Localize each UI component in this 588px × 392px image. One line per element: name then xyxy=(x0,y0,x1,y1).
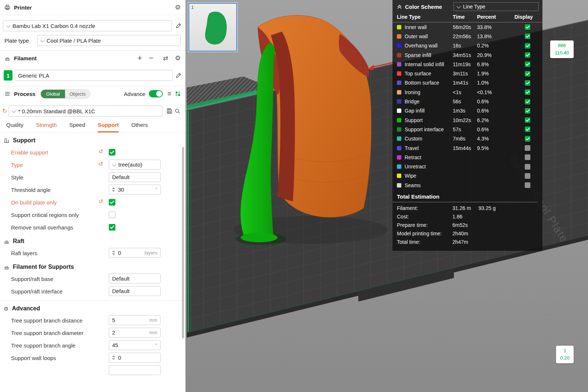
viewport-3d[interactable]: Bambu Cool Plate 1 xyxy=(186,0,588,392)
scope-objects-button[interactable]: Objects xyxy=(65,90,90,98)
line-type-name: Unretract xyxy=(405,164,453,170)
branch-diameter-label: Tree support branch diameter xyxy=(11,330,83,336)
param-support-raft-base: Support/raft base Default xyxy=(0,272,185,285)
printer-settings-gear-icon[interactable]: ⚙ xyxy=(175,4,181,11)
display-toggle[interactable] xyxy=(525,71,530,76)
support-raft-interface-dropdown[interactable]: Default xyxy=(109,286,161,296)
advance-toggle[interactable] xyxy=(149,90,163,97)
model-time-label: Model printing time: xyxy=(397,231,452,236)
line-type-percent: 0.6% xyxy=(477,99,511,104)
display-toggle[interactable] xyxy=(525,52,530,58)
edit-printer-icon[interactable] xyxy=(174,22,182,30)
support-style-dropdown[interactable]: Default xyxy=(109,172,161,182)
display-toggle[interactable] xyxy=(525,108,530,114)
partial-input[interactable] xyxy=(109,365,161,375)
tab-support[interactable]: Support xyxy=(98,122,119,132)
display-toggle[interactable] xyxy=(525,136,530,142)
spinner-arrows[interactable] xyxy=(112,187,115,192)
search-icon[interactable] xyxy=(173,107,182,115)
filament-preset-dropdown[interactable]: Generic PLA xyxy=(15,70,173,81)
legend-row: Ironing<1s<0.1% xyxy=(392,88,542,97)
enable-support-checkbox[interactable] xyxy=(109,149,115,156)
legend-column-headers: Line Type Time Percent Display xyxy=(392,13,542,22)
sidebar-scrollbar[interactable] xyxy=(182,147,184,338)
display-toggle[interactable] xyxy=(525,33,530,39)
sync-preset-icon[interactable]: ↻ xyxy=(2,108,7,114)
branch-angle-input[interactable]: 45 ° xyxy=(109,340,161,350)
display-toggle[interactable] xyxy=(525,182,530,188)
printer-preset-dropdown[interactable]: Bambu Lab X1 Carbon 0.4 nozzle xyxy=(3,20,172,31)
scope-global-button[interactable]: Global xyxy=(41,90,65,98)
plate-thumbnail[interactable]: 1 xyxy=(189,3,237,51)
chevron-down-icon xyxy=(40,38,44,42)
filament-sync-icon[interactable]: ⇄ xyxy=(163,55,168,61)
add-filament-button[interactable]: + xyxy=(137,54,142,62)
reset-icon[interactable]: ↺ xyxy=(98,148,103,155)
bottom-slider-indicator[interactable]: 1 0.20 xyxy=(556,346,574,363)
remove-small-overhangs-checkbox[interactable] xyxy=(109,224,115,231)
swatch-overhang-wall xyxy=(397,43,401,48)
tab-others[interactable]: Others xyxy=(131,122,148,132)
display-toggle[interactable] xyxy=(525,43,530,49)
threshold-angle-input[interactable]: 30 ° xyxy=(109,185,161,195)
parameter-list-icon[interactable]: ≡ xyxy=(167,90,171,97)
display-toggle[interactable] xyxy=(525,154,530,160)
view-mode-dropdown[interactable]: Line Type xyxy=(453,2,539,11)
display-toggle[interactable] xyxy=(525,24,530,30)
plate-thumbnail-model xyxy=(189,4,236,51)
remove-filament-button[interactable]: − xyxy=(149,54,154,62)
process-scope-toggle[interactable]: Global Objects xyxy=(40,89,90,99)
filament-slot-number[interactable]: 1 xyxy=(4,70,12,81)
display-toggle[interactable] xyxy=(525,89,530,95)
filament-supports-group-header: Filament for Supports xyxy=(0,259,185,272)
line-type-name: Top surface xyxy=(405,71,453,76)
view-mode-value: Line Type xyxy=(463,4,485,10)
save-preset-icon[interactable] xyxy=(165,107,173,115)
display-toggle[interactable] xyxy=(525,99,530,104)
display-toggle[interactable] xyxy=(525,80,530,86)
display-toggle[interactable] xyxy=(525,173,530,179)
collapse-icon[interactable] xyxy=(397,4,402,9)
display-toggle[interactable] xyxy=(525,117,530,123)
on-build-plate-only-checkbox[interactable] xyxy=(109,199,115,206)
plate-type-label: Plate type xyxy=(4,38,29,44)
tab-strength[interactable]: Strength xyxy=(36,122,57,132)
process-preset-row: ↻ * 0.20mm Standard @BBL X1C xyxy=(1,106,182,117)
plate-type-dropdown[interactable]: Cool Plate / PLA Plate xyxy=(37,35,181,46)
threshold-angle-value: 30 xyxy=(118,186,124,193)
enable-support-label: Enable support xyxy=(11,149,48,156)
objects-grid-icon[interactable] xyxy=(175,91,181,97)
tab-quality[interactable]: Quality xyxy=(6,122,24,132)
process-preset-dropdown[interactable]: * 0.20mm Standard @BBL X1C xyxy=(8,106,162,117)
spinner-arrows[interactable] xyxy=(112,355,115,360)
display-toggle[interactable] xyxy=(525,145,530,151)
display-toggle[interactable] xyxy=(525,126,530,132)
support-wall-loops-input[interactable]: 0 xyxy=(109,353,161,363)
spinner-arrows[interactable] xyxy=(112,250,115,255)
reset-icon[interactable]: ↺ xyxy=(98,161,103,167)
line-type-time: 34m51s xyxy=(453,52,477,58)
branch-distance-input[interactable]: 5 mm xyxy=(109,315,161,325)
reset-icon[interactable]: ↺ xyxy=(98,198,103,205)
support-critical-regions-checkbox[interactable] xyxy=(109,211,115,218)
plate-type-row: Plate type Cool Plate / PLA Plate xyxy=(4,35,181,46)
filament-settings-gear-icon[interactable]: ⚙ xyxy=(175,55,181,61)
support-raft-base-dropdown[interactable]: Default xyxy=(109,274,161,284)
tab-speed[interactable]: Speed xyxy=(69,122,85,132)
branch-diameter-input[interactable]: 2 mm xyxy=(109,328,161,338)
advanced-group-header: ⚙ Advanced xyxy=(0,300,185,314)
display-toggle[interactable] xyxy=(525,164,530,170)
layer-slider-indicator[interactable]: 886 110.40 xyxy=(550,40,574,58)
swatch-unretract xyxy=(397,164,401,169)
filament-length-value: 31.26 m xyxy=(452,205,478,211)
support-wall-loops-label: Support wall loops xyxy=(11,355,56,361)
raft-layers-input[interactable]: 0 layers xyxy=(109,248,161,258)
swatch-seams xyxy=(397,183,401,188)
chevron-down-icon xyxy=(457,4,461,8)
support-type-dropdown[interactable]: tree(auto) xyxy=(109,160,161,170)
total-time-value: 2h47m xyxy=(452,239,478,245)
display-toggle[interactable] xyxy=(525,61,530,67)
line-type-name: Sparse infill xyxy=(405,52,453,58)
edit-filament-icon[interactable] xyxy=(174,71,182,79)
support-critical-regions-label: Support critical regions only xyxy=(11,212,79,218)
